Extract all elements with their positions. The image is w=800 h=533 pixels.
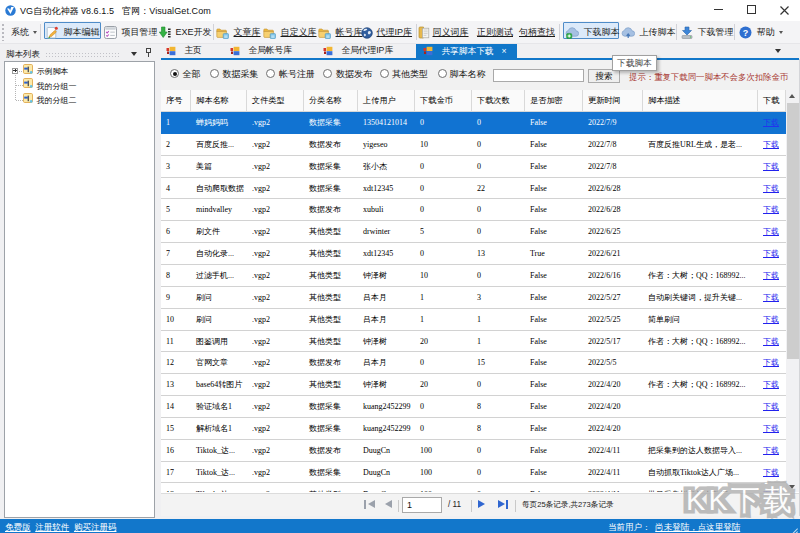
svg-text:KK下载: KK下载: [686, 484, 792, 516]
svg-text:?: ?: [743, 28, 749, 38]
